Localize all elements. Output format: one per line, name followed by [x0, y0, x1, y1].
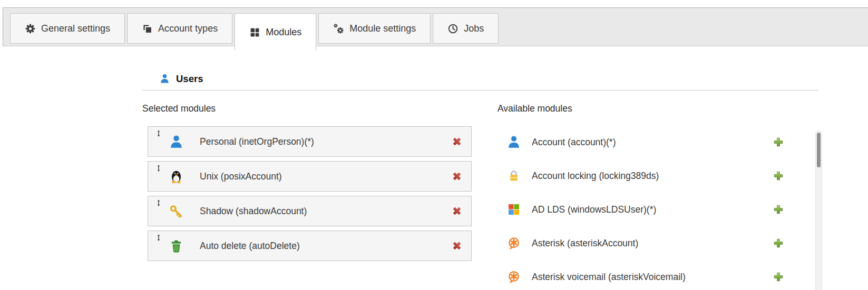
scrollbar-thumb[interactable]	[817, 133, 821, 167]
available-modules-label: Available modules	[498, 103, 572, 114]
delete-x-icon[interactable]	[452, 171, 462, 182]
move-handle-icon[interactable]	[155, 234, 162, 242]
plus-icon[interactable]	[773, 171, 784, 181]
tab-module-settings[interactable]: Module settings	[318, 13, 431, 44]
module-name: Asterisk (asteriskAccount)	[532, 238, 638, 249]
padlock-icon	[507, 169, 521, 183]
available-module-row-ad: AD LDS (windowsLDSUser)(*)	[498, 195, 793, 224]
tab-jobs[interactable]: Jobs	[433, 13, 499, 44]
clock-icon	[447, 23, 459, 34]
tab-label: Jobs	[464, 23, 484, 34]
selected-module-row-auto: Auto delete (autoDelete)	[148, 231, 472, 261]
available-module-row-asterisk: Asterisk (asteriskAccount)	[498, 228, 793, 258]
user-icon	[169, 135, 183, 149]
available-modules-list: Account (account)(*)Account locking (loc…	[498, 127, 793, 290]
selected-modules-list: Personal (inetOrgPerson)(*)Unix (posixAc…	[148, 126, 472, 261]
module-name: Shadow (shadowAccount)	[200, 206, 307, 217]
selected-module-row-shadow: Shadow (shadowAccount)	[148, 196, 472, 226]
tab-label: Module settings	[349, 23, 416, 34]
module-name: AD LDS (windowsLDSUser)(*)	[532, 204, 656, 215]
available-module-row-account: Account (account)(*)	[498, 127, 793, 157]
selected-module-row-unix: Unix (posixAccount)	[148, 161, 472, 192]
tab-modules[interactable]: Modules	[235, 13, 316, 51]
user-icon	[507, 135, 521, 149]
section-divider	[142, 90, 818, 91]
windows-icon	[507, 203, 521, 216]
gear-icon	[25, 23, 36, 34]
available-module-row-asterisk: Asterisk voicemail (asteriskVoicemail)	[498, 262, 793, 290]
key-icon	[169, 204, 183, 218]
module-name: Unix (posixAccount)	[200, 171, 282, 182]
asterisk-icon	[507, 270, 521, 284]
selected-modules-label: Selected modules	[142, 103, 216, 114]
plus-icon[interactable]	[773, 137, 784, 147]
module-name: Auto delete (autoDelete)	[200, 241, 300, 252]
move-handle-icon[interactable]	[155, 164, 162, 172]
trash-icon	[169, 239, 183, 253]
asterisk-icon	[507, 236, 521, 250]
settings-tab-bar: General settingsAccount typesModulesModu…	[3, 7, 868, 46]
module-name: Account (account)(*)	[532, 137, 616, 148]
plus-icon[interactable]	[773, 204, 784, 215]
delete-x-icon[interactable]	[452, 241, 462, 251]
module-name: Account locking (locking389ds)	[532, 171, 659, 182]
move-handle-icon[interactable]	[155, 129, 162, 137]
selected-module-row-personal: Personal (inetOrgPerson)(*)	[148, 126, 472, 157]
delete-x-icon[interactable]	[452, 136, 462, 147]
available-modules-scrollbar[interactable]	[815, 131, 822, 290]
plus-icon[interactable]	[773, 272, 784, 282]
module-settings-gears-icon	[333, 23, 344, 34]
tab-account-types[interactable]: Account types	[127, 13, 232, 44]
delete-x-icon[interactable]	[452, 206, 462, 216]
tab-label: General settings	[41, 23, 110, 34]
tab-general-settings[interactable]: General settings	[10, 13, 125, 44]
users-section-title: Users	[176, 73, 203, 85]
user-icon	[160, 73, 170, 85]
account-types-icon	[142, 23, 153, 34]
module-name: Personal (inetOrgPerson)(*)	[200, 136, 314, 147]
lam-configuration-page: General settingsAccount typesModulesModu…	[0, 0, 868, 290]
plus-icon[interactable]	[773, 238, 784, 248]
module-name: Asterisk voicemail (asteriskVoicemail)	[532, 272, 686, 283]
available-module-row-account: Account locking (locking389ds)	[498, 161, 793, 191]
tab-label: Modules	[266, 27, 301, 38]
modules-grid-icon	[249, 27, 260, 38]
users-section-header: Users	[160, 73, 203, 85]
tux-penguin-icon	[169, 169, 183, 184]
tab-label: Account types	[158, 23, 218, 34]
move-handle-icon[interactable]	[155, 199, 162, 207]
